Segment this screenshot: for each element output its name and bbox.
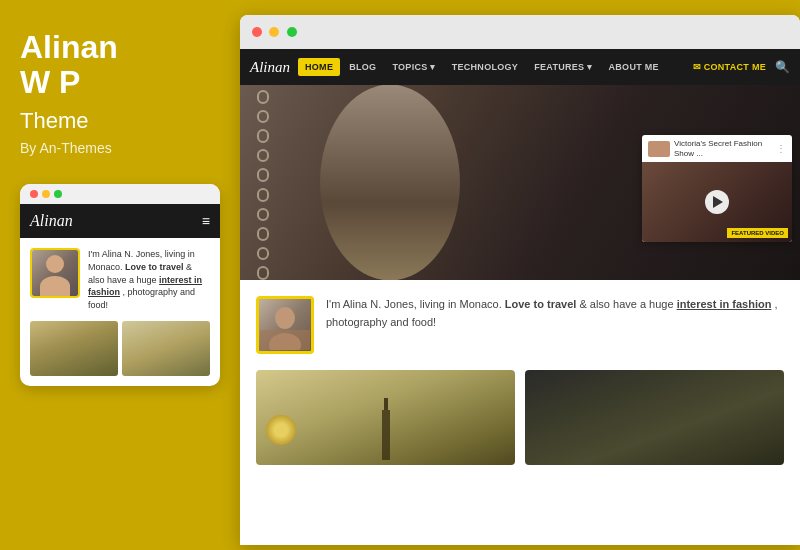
bio-description: I'm Alina N. Jones, living in Monaco. Lo…: [326, 296, 784, 331]
tower-top: [384, 398, 388, 410]
browser-mockup: Alinan HOME BLOG TOPICS ▾ TECHNOLOGY FEA…: [240, 15, 800, 545]
search-icon[interactable]: 🔍: [775, 60, 790, 74]
theme-subtitle: Theme: [20, 108, 220, 134]
mobile-dot-yellow: [42, 190, 50, 198]
svg-point-0: [275, 307, 295, 329]
website-navbar: Alinan HOME BLOG TOPICS ▾ TECHNOLOGY FEA…: [240, 49, 800, 85]
hamburger-icon[interactable]: ≡: [202, 213, 210, 229]
mobile-window-dots: [20, 184, 220, 204]
bio-avatar-image: [259, 299, 311, 351]
browser-chrome-bar: [240, 15, 800, 49]
browser-dot-red: [252, 27, 262, 37]
theme-by: By An-Themes: [20, 140, 220, 156]
mobile-bio-text: I'm Alina N. Jones, living in Monaco. Lo…: [88, 248, 210, 311]
flowers-shape: [266, 415, 296, 445]
nav-technology[interactable]: TECHNOLOGY: [445, 58, 526, 76]
mobile-avatar: [30, 248, 80, 298]
chain-link: [257, 208, 269, 222]
chain-link: [257, 168, 269, 182]
chain-link: [257, 247, 269, 261]
mobile-dot-green: [54, 190, 62, 198]
chain-link: [257, 110, 269, 124]
chain-link: [257, 90, 269, 104]
avatar-svg: [260, 300, 310, 350]
nav-home[interactable]: HOME: [298, 58, 340, 76]
avatar-body: [40, 276, 70, 296]
mobile-thumb-2: [122, 321, 210, 376]
chain-link: [257, 188, 269, 202]
chain-link: [257, 227, 269, 241]
website-logo[interactable]: Alinan: [250, 59, 290, 76]
featured-video-badge: FEATURED VIDEO: [727, 228, 788, 238]
chain-link: [257, 129, 269, 143]
browser-window-dots: [252, 23, 300, 41]
play-triangle-icon: [713, 196, 723, 208]
bio-section: I'm Alina N. Jones, living in Monaco. Lo…: [256, 296, 784, 354]
theme-title: Alinan W P: [20, 30, 220, 100]
avatar-person: [32, 250, 78, 296]
video-title: Victoria's Secret Fashion Show ...: [674, 139, 772, 158]
thumbnail-row: [256, 370, 784, 465]
thumbnail-card-1[interactable]: [256, 370, 515, 465]
hero-person-image: [290, 85, 490, 280]
chain-left: [254, 85, 272, 280]
mobile-dot-red: [30, 190, 38, 198]
thumbnail-card-2[interactable]: [525, 370, 784, 465]
avatar-head: [46, 255, 64, 273]
play-button[interactable]: [705, 190, 729, 214]
mobile-images-row: [30, 321, 210, 376]
mobile-mockup: Alinan ≡ I'm Alina N. Jones, living in M…: [20, 184, 220, 386]
main-content-area: I'm Alina N. Jones, living in Monaco. Lo…: [240, 280, 800, 481]
mobile-avatar-image: [32, 250, 78, 296]
left-panel: Alinan W P Theme By An-Themes Alinan ≡: [0, 0, 240, 550]
video-header: Victoria's Secret Fashion Show ... ⋮: [642, 135, 792, 162]
nav-contact[interactable]: ✉ CONTACT ME: [686, 58, 773, 76]
video-menu-icon[interactable]: ⋮: [776, 143, 786, 154]
thumb-tower-decor: [256, 370, 515, 465]
mobile-bio-row: I'm Alina N. Jones, living in Monaco. Lo…: [30, 248, 210, 311]
video-preview-area[interactable]: FEATURED VIDEO: [642, 162, 792, 242]
video-overlay-widget[interactable]: Victoria's Secret Fashion Show ... ⋮ FEA…: [642, 135, 792, 242]
chain-link: [257, 149, 269, 163]
nav-topics[interactable]: TOPICS ▾: [385, 58, 442, 76]
mobile-thumb-1: [30, 321, 118, 376]
mobile-logo: Alinan: [30, 212, 73, 230]
mobile-nav-bar: Alinan ≡: [20, 204, 220, 238]
video-thumbnail-small: [648, 141, 670, 157]
nav-blog[interactable]: BLOG: [342, 58, 383, 76]
bio-avatar: [256, 296, 314, 354]
svg-rect-2: [260, 330, 310, 350]
nav-features[interactable]: FEATURES ▾: [527, 58, 599, 76]
browser-dot-yellow: [269, 27, 279, 37]
chain-link: [257, 266, 269, 280]
browser-dot-green: [287, 27, 297, 37]
nav-about[interactable]: ABOUT ME: [602, 58, 666, 76]
hero-image-area: Victoria's Secret Fashion Show ... ⋮ FEA…: [240, 85, 800, 280]
mobile-content-area: I'm Alina N. Jones, living in Monaco. Lo…: [20, 238, 220, 386]
tower-shape: [382, 410, 390, 460]
